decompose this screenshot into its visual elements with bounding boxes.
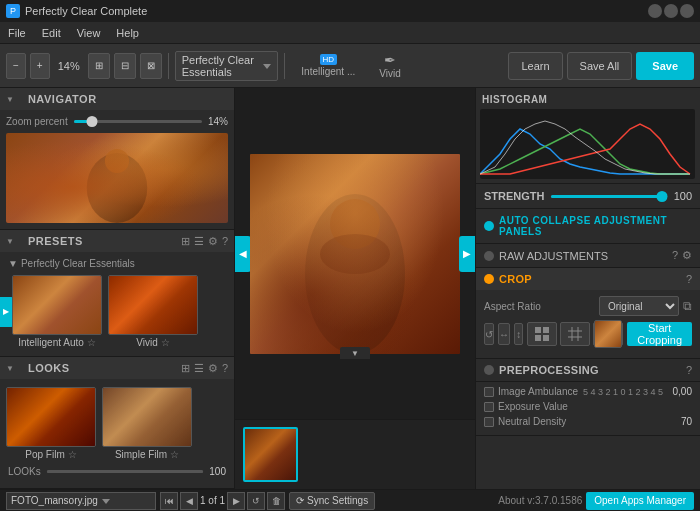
view-single-button[interactable]: ⊞ <box>88 53 110 79</box>
sync-label: Sync Settings <box>307 495 368 506</box>
preproc-check-1[interactable] <box>484 402 494 412</box>
crop-grid-btn-1[interactable] <box>527 322 557 346</box>
crop-rotate-btn[interactable]: ↺ <box>484 323 494 345</box>
look-item-pop-film[interactable]: Pop Film ☆ <box>6 387 96 460</box>
presets-grid-icon[interactable]: ⊞ <box>181 235 190 248</box>
raw-adj-settings-icon[interactable]: ⚙ <box>682 249 692 262</box>
looks-thumbnails: Pop Film ☆ Simple Film ☆ <box>4 383 230 464</box>
crop-help-icon[interactable]: ? <box>686 273 692 285</box>
presets-list-icon[interactable]: ☰ <box>194 235 204 248</box>
navigator-content: Zoom percent 14% <box>0 110 234 229</box>
preset-group-chevron: ▼ <box>8 258 18 269</box>
menu-edit[interactable]: Edit <box>42 27 61 39</box>
canvas-nav-left[interactable]: ◀ <box>235 236 251 272</box>
view-compare-button[interactable]: ⊠ <box>140 53 162 79</box>
look-star-simple[interactable]: ☆ <box>170 449 179 460</box>
crop-grid-icon-2 <box>566 325 584 343</box>
canvas-nav-right[interactable]: ▶ <box>459 236 475 272</box>
status-page: 1 of 1 <box>200 495 225 506</box>
menu-help[interactable]: Help <box>116 27 139 39</box>
zoom-in-button[interactable]: + <box>30 53 50 79</box>
crop-grid-btn-2[interactable] <box>560 322 590 346</box>
zoom-out-button[interactable]: − <box>6 53 26 79</box>
looks-settings-icon[interactable]: ⚙ <box>208 362 218 375</box>
menu-file[interactable]: File <box>8 27 26 39</box>
histogram-title: HISTOGRAM <box>480 92 696 109</box>
looks-header[interactable]: ▼ LOOKS ⊞ ☰ ⚙ ? <box>0 357 234 379</box>
auto-collapse-dot <box>484 221 494 231</box>
preprocessing-help-icon[interactable]: ? <box>686 364 692 376</box>
save-all-button[interactable]: Save All <box>567 52 633 80</box>
canvas-nav-bottom[interactable]: ▼ <box>340 347 370 359</box>
raw-adj-help-icon[interactable]: ? <box>672 249 678 262</box>
maximize-button[interactable]: □ <box>664 4 678 18</box>
start-cropping-button[interactable]: Start Cropping <box>627 322 692 346</box>
minimize-button[interactable]: ─ <box>648 4 662 18</box>
preproc-row-1: Exposure Value <box>484 401 692 412</box>
presets-settings-icon[interactable]: ⚙ <box>208 235 218 248</box>
menu-view[interactable]: View <box>77 27 101 39</box>
open-apps-button[interactable]: Open Apps Manager <box>586 492 694 510</box>
view-split-button[interactable]: ⊟ <box>114 53 136 79</box>
preproc-row-2: Neutral Density 70 <box>484 416 692 427</box>
status-sync-button[interactable]: ⟳ Sync Settings <box>289 492 375 510</box>
preset-bg-vivid <box>109 276 197 334</box>
raw-adjustments-row[interactable]: RAW ADJUSTMENTS ? ⚙ <box>476 244 700 268</box>
canvas-area: ◀ ▶ ▼ <box>235 88 475 419</box>
svg-rect-5 <box>535 327 541 333</box>
crop-flip-btn[interactable]: ↔ <box>498 323 510 345</box>
status-nav-rotate[interactable]: ↺ <box>247 492 265 510</box>
aspect-ratio-select[interactable]: Original <box>599 296 679 316</box>
aspect-icon[interactable]: ⧉ <box>683 299 692 313</box>
histogram-section: HISTOGRAM <box>476 88 700 184</box>
presets-help-icon[interactable]: ? <box>222 235 228 248</box>
vivid-icon: ✒ <box>384 52 396 68</box>
close-button[interactable]: ✕ <box>680 4 694 18</box>
vivid-tool[interactable]: ✒ Vivid <box>369 50 411 81</box>
look-bg-pop-film <box>7 388 95 446</box>
strength-slider[interactable] <box>551 195 663 198</box>
zoom-slider[interactable] <box>74 120 202 123</box>
preset-star-intelligent[interactable]: ☆ <box>87 337 96 348</box>
status-nav-next[interactable]: ▶ <box>227 492 245 510</box>
presets-header[interactable]: ▼ PRESETS ⊞ ☰ ⚙ ? <box>0 230 234 252</box>
preproc-num-2: 70 <box>667 416 692 427</box>
preset-selector[interactable]: Perfectly Clear Essentials <box>175 51 279 81</box>
preset-item-vivid[interactable]: Vivid ☆ <box>108 275 198 348</box>
save-button[interactable]: Save <box>636 52 694 80</box>
preproc-check-0[interactable] <box>484 387 494 397</box>
crop-flip-v-btn[interactable]: ↕ <box>514 323 523 345</box>
auto-collapse-toggle[interactable]: AUTO COLLAPSE ADJUSTMENT PANELS <box>476 209 700 244</box>
looks-slider[interactable] <box>47 470 204 473</box>
looks-triangle: ▼ <box>6 364 14 373</box>
preproc-check-2[interactable] <box>484 417 494 427</box>
preset-item-intelligent[interactable]: Intelligent Auto ☆ <box>12 275 102 348</box>
look-label-pop-film: Pop Film <box>25 449 64 460</box>
status-dropdown-icon[interactable] <box>102 495 110 506</box>
navigator-section: ▼ NAVIGATOR Zoom percent 14% <box>0 88 234 230</box>
preset-star-vivid[interactable]: ☆ <box>161 337 170 348</box>
raw-adj-icons: ? ⚙ <box>672 249 692 262</box>
presets-content: ▼ Perfectly Clear Essentials ▶ Intellige… <box>0 252 234 356</box>
status-nav-delete[interactable]: 🗑 <box>267 492 285 510</box>
status-nav-first[interactable]: ⏮ <box>160 492 178 510</box>
looks-title: LOOKS <box>28 362 70 374</box>
strength-section: STRENGTH 100 <box>476 184 700 209</box>
crop-preview-btn[interactable] <box>593 322 623 346</box>
preprocessing-header[interactable]: PREPROCESSING ? <box>476 359 700 382</box>
navigator-header[interactable]: ▼ NAVIGATOR <box>0 88 234 110</box>
looks-list-icon[interactable]: ☰ <box>194 362 204 375</box>
filmstrip-thumb-1[interactable] <box>243 427 298 482</box>
learn-button[interactable]: Learn <box>508 52 562 80</box>
hd-intelligent-tool[interactable]: HD Intelligent ... <box>291 52 365 79</box>
navigator-preview <box>6 133 228 223</box>
crop-header[interactable]: CROP ? <box>476 268 700 290</box>
strength-thumb <box>657 191 668 202</box>
looks-help-icon[interactable]: ? <box>222 362 228 375</box>
looks-grid-icon[interactable]: ⊞ <box>181 362 190 375</box>
navigator-triangle: ▼ <box>6 95 14 104</box>
status-nav-prev[interactable]: ◀ <box>180 492 198 510</box>
look-star-pop[interactable]: ☆ <box>68 449 77 460</box>
look-item-simple-film[interactable]: Simple Film ☆ <box>102 387 192 460</box>
preset-label-row-intelligent: Intelligent Auto ☆ <box>12 337 102 348</box>
